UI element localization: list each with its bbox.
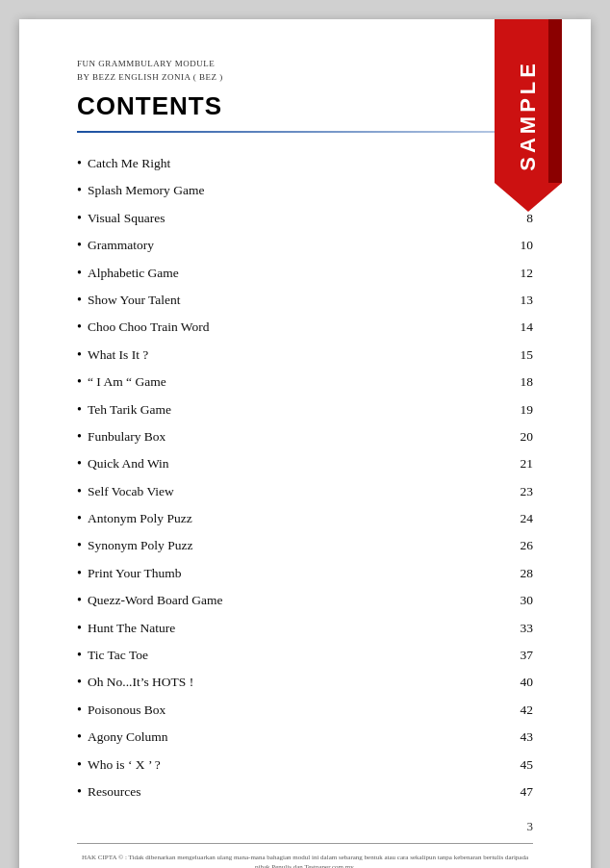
toc-page-number: 28 <box>521 563 534 584</box>
toc-item-label: Grammatory <box>88 235 154 256</box>
toc-item-left: •Quick And Win <box>77 453 169 474</box>
toc-item-left: •Resources <box>77 781 140 803</box>
toc-page-number: 47 <box>521 781 534 803</box>
toc-item-label: Self Vocab View <box>88 481 174 502</box>
bullet-icon: • <box>77 781 82 803</box>
toc-page-number: 14 <box>521 317 534 338</box>
bullet-icon: • <box>77 700 82 721</box>
toc-page-number: 40 <box>521 672 534 693</box>
toc-item: •Catch Me Right <box>77 150 533 177</box>
toc-item-left: •Tic Tac Toe <box>77 645 148 666</box>
toc-page-number: 13 <box>521 290 534 311</box>
toc-item-left: •Splash Memory Game <box>77 180 204 201</box>
bullet-icon: • <box>77 235 82 256</box>
toc-item: •Alphabetic Game12 <box>77 260 533 287</box>
bullet-icon: • <box>77 672 82 693</box>
bullet-icon: • <box>77 153 82 174</box>
toc-item-left: •“ I Am “ Game <box>77 371 166 393</box>
toc-item-label: What Is It ? <box>88 345 148 366</box>
bullet-icon: • <box>77 399 82 421</box>
bullet-icon: • <box>77 371 82 393</box>
toc-item-label: Funbulary Box <box>88 426 165 447</box>
bullet-icon: • <box>77 290 82 311</box>
toc-item: •Who is ‘ X ’ ?45 <box>77 752 533 779</box>
sample-ribbon: SAMPLE <box>495 19 562 212</box>
toc-page-number: 43 <box>521 727 534 748</box>
toc-item-left: •Teh Tarik Game <box>77 399 171 421</box>
toc-item: •Show Your Talent13 <box>77 287 533 314</box>
toc-item-label: “ I Am “ Game <box>88 371 166 393</box>
toc-item-label: Quezz-Word Board Game <box>88 590 223 611</box>
toc-item: •“ I Am “ Game18 <box>77 369 533 396</box>
toc-page-number: 12 <box>521 263 534 284</box>
toc-item: •Funbulary Box20 <box>77 423 533 450</box>
toc-item-left: •Visual Squares <box>77 208 165 229</box>
toc-page-number: 42 <box>521 700 534 721</box>
toc-item-left: •Alphabetic Game <box>77 263 179 284</box>
toc-item-left: •What Is It ? <box>77 345 148 366</box>
footer-line <box>77 843 533 844</box>
toc-item-left: •Synonym Poly Puzz <box>77 535 192 556</box>
divider <box>77 131 533 133</box>
toc-item-label: Catch Me Right <box>88 153 170 174</box>
toc-page-number: 37 <box>521 645 534 666</box>
toc-item: •Choo Choo Train Word14 <box>77 314 533 341</box>
toc-item: •Hunt The Nature33 <box>77 615 533 642</box>
bullet-icon: • <box>77 208 82 229</box>
bullet-icon: • <box>77 727 82 748</box>
bullet-icon: • <box>77 563 82 584</box>
sample-label: SAMPLE <box>516 60 541 171</box>
bullet-icon: • <box>77 508 82 529</box>
toc-item-left: •Quezz-Word Board Game <box>77 590 223 611</box>
toc-item: •Teh Tarik Game19 <box>77 396 533 423</box>
toc-list: •Catch Me Right•Splash Memory Game•Visua… <box>77 150 533 805</box>
bullet-icon: • <box>77 180 82 201</box>
toc-item-label: Hunt The Nature <box>88 618 175 639</box>
toc-page-number: 20 <box>521 426 534 447</box>
toc-item-left: •Print Your Thumb <box>77 563 182 584</box>
toc-page-number: 15 <box>521 345 534 366</box>
toc-item: •Tic Tac Toe37 <box>77 642 533 669</box>
toc-item-left: •Agony Column <box>77 727 168 748</box>
header-line2: BY BEZZ ENGLISH ZONIA ( BEZ ) <box>77 71 533 85</box>
bullet-icon: • <box>77 317 82 338</box>
toc-item-left: •Grammatory <box>77 235 154 256</box>
toc-item-left: •Poisonous Box <box>77 700 165 721</box>
toc-item: •Self Vocab View23 <box>77 478 533 505</box>
toc-item-label: Antonym Poly Puzz <box>88 508 192 529</box>
toc-item: •Antonym Poly Puzz24 <box>77 505 533 532</box>
toc-item: •Grammatory10 <box>77 232 533 259</box>
toc-page-number: 24 <box>521 508 534 529</box>
toc-item-label: Quick And Win <box>88 453 169 474</box>
toc-page-number: 30 <box>521 590 534 611</box>
toc-item-label: Synonym Poly Puzz <box>88 535 193 556</box>
toc-item: •Print Your Thumb28 <box>77 560 533 587</box>
toc-item-label: Oh No...It’s HOTS ! <box>88 672 193 693</box>
toc-item-label: Agony Column <box>88 727 168 748</box>
toc-item-left: •Antonym Poly Puzz <box>77 508 192 529</box>
toc-item: •What Is It ?15 <box>77 342 533 369</box>
toc-page-number: 19 <box>521 399 534 421</box>
toc-page-number: 18 <box>521 371 534 393</box>
bullet-icon: • <box>77 453 82 474</box>
toc-item: •Synonym Poly Puzz26 <box>77 532 533 559</box>
toc-item-left: •Who is ‘ X ’ ? <box>77 754 161 776</box>
toc-page-number: 10 <box>521 235 534 256</box>
toc-page-number: 23 <box>521 481 534 502</box>
toc-item-label: Visual Squares <box>88 208 165 229</box>
toc-page-number: 21 <box>521 453 534 474</box>
header-line1: FUN GRAMMBULARY MODULE <box>77 58 533 71</box>
bullet-icon: • <box>77 263 82 284</box>
toc-item-label: Print Your Thumb <box>88 563 182 584</box>
bullet-icon: • <box>77 754 82 776</box>
bullet-icon: • <box>77 535 82 556</box>
toc-item: •Agony Column43 <box>77 724 533 751</box>
toc-item-left: •Funbulary Box <box>77 426 165 447</box>
bullet-icon: • <box>77 481 82 502</box>
toc-item: •Poisonous Box42 <box>77 697 533 724</box>
toc-item-label: Splash Memory Game <box>88 180 204 201</box>
contents-title: CONTENTS <box>77 91 533 121</box>
toc-item-label: Alphabetic Game <box>88 263 179 284</box>
toc-item: •Visual Squares8 <box>77 205 533 232</box>
bullet-icon: • <box>77 645 82 666</box>
